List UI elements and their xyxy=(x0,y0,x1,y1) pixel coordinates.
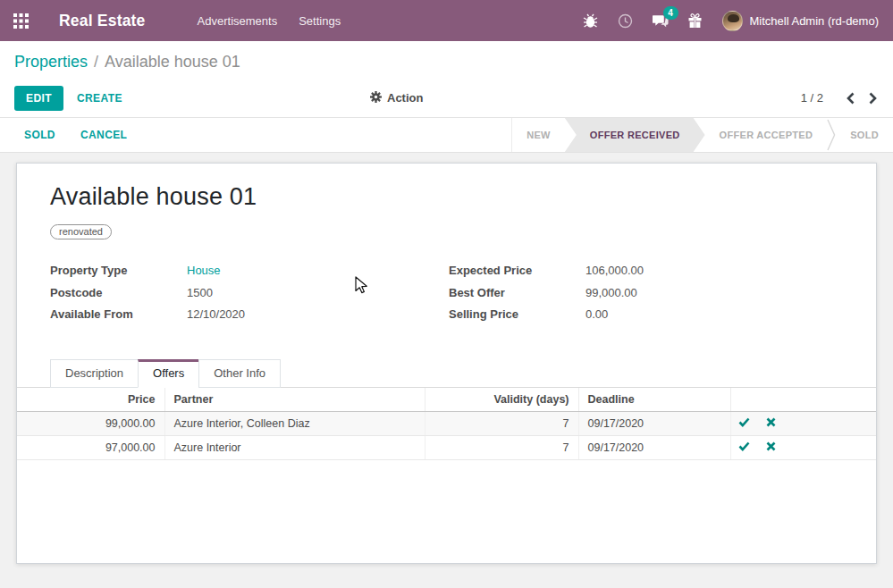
breadcrumb-separator: / xyxy=(94,53,98,71)
field-group: Property Type House Postcode 1500 Availa… xyxy=(50,264,843,330)
pager: 1 / 2 xyxy=(801,90,879,106)
selling-price-value: 0.00 xyxy=(586,307,608,321)
step-sold[interactable]: SOLD xyxy=(836,118,893,152)
navbar-left: Real Estate Advertisements Settings xyxy=(0,0,341,41)
available-from-value: 12/10/2020 xyxy=(187,307,245,321)
offer-price[interactable]: 97,000.00 xyxy=(17,435,164,459)
tag-renovated[interactable]: renovated xyxy=(50,224,112,239)
clock-icon[interactable] xyxy=(618,13,634,29)
breadcrumb-parent-link[interactable]: Properties xyxy=(14,53,88,71)
action-menu-button[interactable]: Action xyxy=(370,79,423,117)
field-postcode: Postcode 1500 xyxy=(50,286,449,308)
offer-deadline[interactable]: 09/17/2020 xyxy=(578,411,730,435)
postcode-value: 1500 xyxy=(187,286,213,299)
gear-icon xyxy=(370,91,382,105)
user-menu[interactable]: Mitchell Admin (rd-demo) xyxy=(722,11,880,31)
form-sheet: Available house 01 renovated Property Ty… xyxy=(16,163,877,564)
expected-price-value: 106,000.00 xyxy=(586,264,644,277)
step-offer-received[interactable]: OFFER RECEIVED xyxy=(565,118,705,152)
breadcrumb-current: Available house 01 xyxy=(105,53,240,71)
offer-row[interactable]: 99,000.00 Azure Interior, Colleen Diaz 7… xyxy=(17,411,876,435)
refuse-offer-icon[interactable] xyxy=(757,435,785,459)
offer-deadline[interactable]: 09/17/2020 xyxy=(578,435,730,459)
tab-offers[interactable]: Offers xyxy=(138,359,199,388)
field-label: Best Offer xyxy=(449,286,586,299)
statusbar: SOLD CANCEL NEW OFFER RECEIVED OFFER ACC… xyxy=(0,118,893,153)
field-group-left: Property Type House Postcode 1500 Availa… xyxy=(50,264,449,330)
pager-value: 1 / 2 xyxy=(801,91,823,105)
field-label: Postcode xyxy=(50,286,187,299)
menu-advertisements[interactable]: Advertisements xyxy=(198,14,278,28)
screen: Real Estate Advertisements Settings xyxy=(0,0,893,588)
column-refuse xyxy=(757,388,785,412)
control-panel: Properties / Available house 01 EDIT CRE… xyxy=(0,41,893,118)
field-best-offer: Best Offer 99,000.00 xyxy=(449,286,843,308)
step-new[interactable]: NEW xyxy=(512,118,565,152)
form-view: Available house 01 renovated Property Ty… xyxy=(0,153,893,588)
tab-description[interactable]: Description xyxy=(50,359,139,388)
top-navbar: Real Estate Advertisements Settings xyxy=(0,0,893,41)
column-filler xyxy=(785,388,876,412)
record-title: Available house 01 xyxy=(50,183,843,211)
accept-offer-icon[interactable] xyxy=(730,435,757,459)
user-avatar xyxy=(722,11,743,31)
user-name: Mitchell Admin (rd-demo) xyxy=(750,14,880,28)
step-chevron-separator xyxy=(827,118,836,152)
pager-previous-button[interactable] xyxy=(845,90,856,106)
offer-partner[interactable]: Azure Interior, Colleen Diaz xyxy=(164,411,425,435)
menu-settings[interactable]: Settings xyxy=(299,14,341,28)
top-menu: Advertisements Settings xyxy=(198,14,341,28)
field-property-type: Property Type House xyxy=(50,264,449,286)
offer-validity[interactable]: 7 xyxy=(425,411,578,435)
edit-button[interactable]: EDIT xyxy=(14,86,63,111)
offer-validity[interactable]: 7 xyxy=(425,435,578,459)
field-selling-price: Selling Price 0.00 xyxy=(449,307,843,330)
column-accept xyxy=(730,388,757,412)
column-deadline[interactable]: Deadline xyxy=(578,388,730,412)
sold-button[interactable]: SOLD xyxy=(24,129,55,141)
action-menu-label: Action xyxy=(387,91,423,105)
statusbar-steps: NEW OFFER RECEIVED OFFER ACCEPTED SOLD xyxy=(511,118,893,152)
field-group-right: Expected Price 106,000.00 Best Offer 99,… xyxy=(449,264,843,330)
field-available-from: Available From 12/10/2020 xyxy=(50,307,449,330)
systray: 4 Mitchell Admin (rd-demo) xyxy=(583,11,885,31)
offer-partner[interactable]: Azure Interior xyxy=(164,435,425,459)
offer-price[interactable]: 99,000.00 xyxy=(17,411,164,435)
tab-other-info[interactable]: Other Info xyxy=(198,359,281,388)
create-button[interactable]: CREATE xyxy=(77,92,122,105)
offers-table: Price Partner Validity (days) Deadline 9… xyxy=(17,388,876,460)
bug-icon[interactable] xyxy=(583,13,599,29)
notebook-tabs: Description Offers Other Info xyxy=(17,359,876,388)
statusbar-buttons: SOLD CANCEL xyxy=(0,118,127,152)
offers-table-header: Price Partner Validity (days) Deadline xyxy=(17,388,876,412)
apps-grid-icon[interactable] xyxy=(0,0,41,41)
field-expected-price: Expected Price 106,000.00 xyxy=(449,264,843,286)
breadcrumb: Properties / Available house 01 xyxy=(0,41,893,79)
column-price[interactable]: Price xyxy=(17,388,164,412)
app-brand[interactable]: Real Estate xyxy=(59,12,146,30)
control-panel-buttons: EDIT CREATE xyxy=(0,79,893,117)
pager-next-button[interactable] xyxy=(867,90,879,106)
field-label: Available From xyxy=(50,307,187,321)
chat-icon[interactable]: 4 xyxy=(653,13,669,29)
cancel-button[interactable]: CANCEL xyxy=(80,129,127,141)
field-label: Property Type xyxy=(50,264,187,277)
column-validity[interactable]: Validity (days) xyxy=(425,388,578,412)
best-offer-value: 99,000.00 xyxy=(586,286,637,299)
field-label: Expected Price xyxy=(449,264,586,277)
gift-icon[interactable] xyxy=(687,13,703,29)
step-offer-accepted[interactable]: OFFER ACCEPTED xyxy=(705,118,828,152)
accept-offer-icon[interactable] xyxy=(730,411,757,435)
message-count-badge: 4 xyxy=(663,6,678,20)
offer-row[interactable]: 97,000.00 Azure Interior 7 09/17/2020 xyxy=(17,435,876,459)
property-type-link[interactable]: House xyxy=(187,264,221,277)
refuse-offer-icon[interactable] xyxy=(757,411,785,435)
column-partner[interactable]: Partner xyxy=(164,388,425,412)
field-label: Selling Price xyxy=(449,307,586,321)
